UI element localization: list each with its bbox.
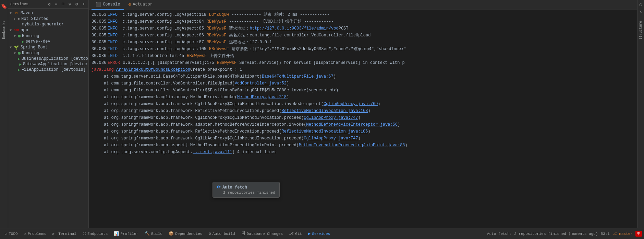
sidebar-settings-btn[interactable]: ⚙ (74, 1, 80, 7)
npm-running-arrow: ▼ (14, 34, 18, 38)
stacktrace-link[interactable]: CglibAopProxy.java:747 (304, 115, 358, 120)
sidebar-collapse-btn[interactable]: ≡ (53, 1, 59, 7)
log-time: 30.035 (92, 25, 106, 32)
stacktrace-link[interactable]: VodController.java:52 (235, 81, 287, 86)
right-icon-1[interactable]: ⬡ (639, 3, 642, 7)
exception-link[interactable]: ArrayIndexOutOfBoundsException (116, 67, 190, 73)
log-level: INFO (108, 46, 120, 52)
npm-running-dot (18, 35, 21, 37)
log-line: at org.springframework.cglib.proxy.Metho… (89, 94, 637, 101)
btn-dependencies[interactable]: 📦 Dependencies (166, 230, 205, 237)
tab-actuator[interactable]: ⚙ Actuator (124, 0, 156, 10)
sidebar-filter-btn[interactable]: ▽ (67, 1, 73, 7)
log-line: at org.springframework.aop.framework.ada… (89, 121, 637, 128)
branch-indicator: ⎇ master (612, 231, 633, 236)
log-logger: c.tang.server.config.LogAspect:84 (122, 19, 204, 25)
log-message: 远程地址：127.0.0.1 (229, 39, 272, 45)
tree-item-not-started[interactable]: ▶ ● Not Started (8, 16, 88, 22)
stacktrace-suffix: ) (287, 95, 289, 100)
spring-boot-icon: 🌱 (14, 45, 19, 50)
right-icon-2[interactable]: × (640, 10, 642, 14)
actuator-tab-icon: ⚙ (128, 2, 131, 7)
log-message: 上传文件开始 (209, 53, 234, 59)
log-line: 30.035INFOc.tang.server.config.LogAspect… (89, 39, 637, 46)
tree-item-maven[interactable]: ▼ M Maven (8, 10, 88, 16)
left-panel: 🔖 Bookmarks (0, 0, 8, 228)
stacktrace-text: at org.springframework.aop.framework.Cgl… (92, 101, 380, 107)
btn-git[interactable]: ⎇ Git (286, 230, 305, 237)
log-line: 30.035INFOc.tang.server.config.LogAspect… (89, 25, 637, 32)
log-link[interactable]: http://127.0.0.1:9003/file/admin/vod (250, 25, 338, 32)
tree-item-mybatis[interactable]: mybatis-generator (8, 22, 88, 27)
sidebar-group-btn[interactable]: ⊞ (60, 1, 66, 7)
business-app-label: BusinessApplication [devtool (22, 56, 88, 61)
btn-auto-build[interactable]: ⚙ Auto-build (206, 230, 238, 237)
log-thread: RBeWywsF (207, 19, 227, 25)
stacktrace-link[interactable]: CglibAopProxy.java:747 (304, 136, 358, 141)
log-time: 30.035 (92, 39, 106, 45)
stacktrace-link[interactable]: CglibAopProxy.java:769 (324, 102, 378, 106)
build-icon: 🔨 (145, 231, 150, 236)
popup-title: ⟳ Auto fetch (217, 185, 275, 190)
services-icon: ▶ (308, 231, 311, 236)
bookmark-icon[interactable]: 🔖 (1, 3, 8, 10)
sidebar-refresh-btn[interactable]: ↺ (47, 1, 52, 7)
log-logger: c.tang.server.config.LogAspect:85 (122, 25, 204, 32)
log-thread: RBeWywsF (207, 25, 227, 32)
build-label: Build (151, 232, 162, 236)
sidebar-add-btn[interactable]: + (81, 1, 86, 7)
console-output[interactable]: 28.063INFOc.tang.server.config.LogAspect… (89, 10, 637, 228)
btn-todo[interactable]: ☑ TODO (2, 230, 21, 237)
tree-item-spring-boot[interactable]: ▼ 🌱 Spring Boot (8, 44, 88, 50)
btn-build[interactable]: 🔨 Build (142, 230, 165, 237)
database-icon: 🗄 (241, 231, 245, 236)
actuator-tab-label: Actuator (133, 2, 153, 7)
stacktrace-link[interactable]: ...rest.java:111 (193, 150, 232, 155)
stacktrace-link[interactable]: Base64ToMultipartFile.java:67 (262, 74, 333, 79)
tree-item-npm-running[interactable]: ▼ Running (8, 33, 88, 39)
terminal-icon: >_ (52, 231, 57, 236)
log-message: ------------ 结束 耗时: 2 ms ------------ (232, 12, 330, 18)
btn-terminal[interactable]: >_ Terminal (49, 230, 79, 237)
log-line: at org.springframework.aop.framework.Cgl… (89, 101, 637, 107)
tree-item-sb-running[interactable]: ▼ Running (8, 50, 88, 56)
stacktrace-suffix: ) (287, 81, 289, 86)
log-logger: o.a.c.c.C.[.[.[dispatcherServlet]:175 (123, 60, 214, 66)
stacktrace-suffix: ) (358, 136, 361, 141)
services-sidebar: Services ↺ ≡ ⊞ ▽ ⚙ + ▼ M Maven ▶ ● Not S… (8, 0, 89, 228)
tree-item-file-app[interactable]: ▶ FileApplication [devtools] :9 (8, 67, 88, 72)
not-started-arrow: ▶ (14, 17, 18, 21)
stacktrace-link[interactable]: MethodBeforeAdviceInterceptor.java:56 (306, 122, 398, 127)
btn-profiler[interactable]: 📊 Profiler (111, 230, 141, 237)
btn-endpoints[interactable]: ⬡ Endpoints (80, 230, 110, 237)
spring-boot-arrow: ▼ (10, 46, 14, 49)
problems-icon: ⚠ (24, 231, 26, 236)
stacktrace-text: at org.springframework.aop.framework.Ref… (92, 128, 370, 135)
tree-item-business-app[interactable]: ▶ BusinessApplication [devtool (8, 56, 88, 61)
stacktrace-text: at com.tang.server.util.Base64ToMultipar… (92, 73, 336, 80)
exception-prefix: java.lang. (92, 67, 116, 73)
stacktrace-link[interactable]: ReflectiveMethodInvocation.java:163 (281, 109, 368, 113)
log-level: INFO (108, 19, 120, 25)
endpoints-label: Endpoints (87, 232, 108, 236)
stacktrace-link[interactable]: ReflectiveMethodInvocation.java:186 (281, 129, 368, 134)
log-message: Servlet.service() for servlet [dispatche… (239, 60, 404, 66)
tree-item-npm[interactable]: ▼ npm npm (8, 27, 88, 33)
log-logger: c.tang.server.config.LogAspect:118 (122, 12, 206, 18)
position-indicator: 53:1 (600, 232, 609, 236)
tab-console[interactable]: ⬛ Console (92, 0, 124, 10)
stacktrace-link[interactable]: MethodProxy.java:218 (237, 95, 287, 100)
tree-item-serve-dev[interactable]: ▶ serve--dev (8, 39, 88, 44)
btn-services[interactable]: ▶ Services (305, 230, 333, 237)
stacktrace-suffix: ) (368, 129, 370, 134)
todo-icon: ☑ (5, 231, 7, 236)
auto-build-label: Auto-build (212, 232, 235, 236)
btn-database-changes[interactable]: 🗄 Database Changes (239, 230, 286, 237)
stacktrace-link[interactable]: MethodInvocationProceedingJoinPoint.java… (299, 143, 405, 148)
terminal-label: Terminal (58, 232, 76, 236)
tree-item-gateway-app[interactable]: ▶ GatewayApplication [devtoc (8, 61, 88, 67)
log-time: 30.035 (92, 19, 106, 25)
btn-problems[interactable]: ⚠ Problems (21, 230, 49, 237)
stacktrace-text: at org.springframework.aop.framework.Cgl… (92, 135, 361, 141)
lang-icon: 中 (635, 231, 642, 237)
